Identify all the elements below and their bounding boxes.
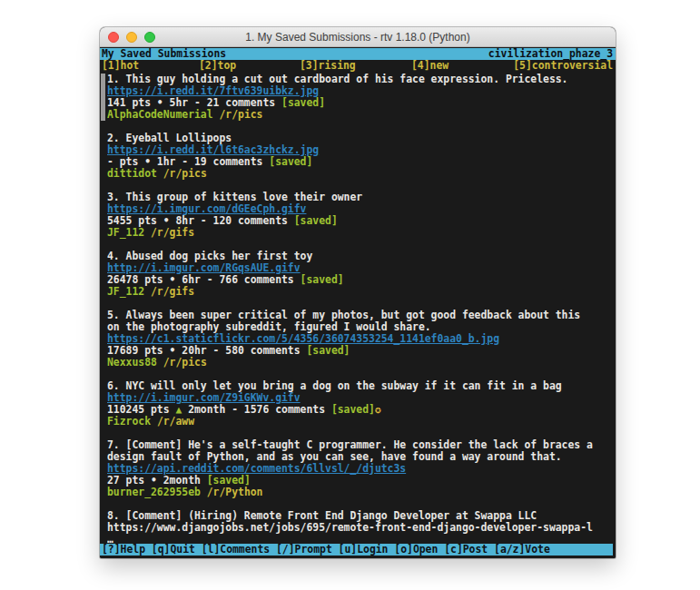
saved-badge: [saved] [294, 215, 338, 227]
subreddit-name: /r/Python [207, 487, 263, 498]
submission-item[interactable]: 1. This guy holding a cut out cardboard … [107, 74, 614, 121]
submission-byline: burner_262955eb /r/Python [107, 487, 614, 498]
blank-line [107, 180, 614, 192]
blank-line [107, 298, 614, 310]
stats-text: 2month - 1576 comments [182, 404, 331, 416]
stats-text: 17689 pts • 20hr - 580 comments [107, 345, 306, 357]
submission-title[interactable]: https://www.djangojobs.net/jobs/695/remo… [107, 522, 614, 534]
author-name: AlphaCodeNumerial [107, 109, 213, 121]
saved-badge: [saved] [306, 345, 350, 357]
stats-text: 5455 pts • 8hr - 120 comments [107, 215, 294, 227]
submission-title[interactable]: 7. [Comment] He's a self-taught C progra… [107, 439, 614, 451]
submission-url[interactable]: https://i.redd.it/7ftv639uibkz.jpg [107, 85, 614, 97]
close-button-icon[interactable] [108, 32, 119, 43]
submission-stats: 141 pts • 5hr - 21 comments [saved] [107, 97, 614, 109]
blank-line [107, 239, 614, 251]
submission-title[interactable]: 5. Always been super critical of my phot… [107, 310, 614, 321]
submission-byline: JF_112 /r/gifs [107, 227, 614, 239]
stats-text: 141 pts • 5hr - 21 comments [107, 97, 281, 109]
page-title: My Saved Submissions [102, 48, 226, 60]
submission-title[interactable]: on the photography subreddit, figured I … [107, 321, 614, 333]
subreddit-name: /r/pics [163, 168, 207, 180]
submission-link[interactable]: http://i.imgur.com/Z9iGKWv.gifv [107, 392, 301, 404]
submission-url[interactable]: https://api.reddit.com/comments/6llvsl/_… [107, 463, 614, 475]
tab-hot[interactable]: [1]hot [102, 60, 139, 72]
submission-url[interactable]: https://i.imgur.com/dGEeCph.gifv [107, 203, 614, 215]
submission-item[interactable]: 7. [Comment] He's a self-taught C progra… [107, 439, 614, 498]
tab-controversial[interactable]: [5]controversial [513, 60, 613, 72]
titlebar[interactable]: 1. My Saved Submissions - rtv 1.18.0 (Py… [100, 27, 616, 47]
subreddit-name: /r/pics [219, 109, 262, 121]
window-title: 1. My Saved Submissions - rtv 1.18.0 (Py… [245, 31, 469, 44]
blank-line [107, 121, 614, 133]
tab-bar: [1]hot[2]top[3]rising[4]new[5]controvers… [100, 60, 616, 72]
submission-stats: 5455 pts • 8hr - 120 comments [saved] [107, 215, 614, 227]
submission-title[interactable]: design fault of Python, and as you can s… [107, 451, 614, 463]
author-name: Fizrock [107, 416, 151, 428]
submission-url[interactable]: https://i.redd.it/l6t6ac3zhckz.jpg [107, 144, 614, 156]
saved-badge: [saved] [331, 404, 375, 416]
submission-item[interactable]: 6. NYC will only let you bring a dog on … [107, 380, 614, 428]
saved-badge: [saved] [207, 475, 251, 487]
submission-link[interactable]: https://api.reddit.com/comments/6llvsl/_… [107, 463, 406, 475]
submission-title[interactable]: 3. This group of kittens love their owne… [107, 192, 614, 203]
zoom-button-icon[interactable] [144, 32, 155, 43]
stats-text: - pts • 1hr - 19 comments [107, 156, 269, 168]
submission-link[interactable]: https://i.imgur.com/dGEeCph.gifv [107, 203, 306, 215]
saved-badge: [saved] [269, 156, 312, 168]
saved-badge: [saved] [281, 97, 325, 109]
submission-title[interactable]: 6. NYC will only let you bring a dog on … [107, 380, 614, 392]
submission-item[interactable]: 2. Eyeball Lollipopshttps://i.redd.it/l6… [107, 133, 614, 180]
subreddit-name: /r/aww [157, 416, 194, 428]
submission-item[interactable]: 4. Abused dog picks her first toyhttp://… [107, 251, 614, 298]
author-name: dittidot [107, 168, 157, 180]
submission-stats: 17689 pts • 20hr - 580 comments [saved] [107, 345, 614, 357]
blank-line [107, 369, 614, 380]
subreddit-name: /r/pics [163, 357, 207, 369]
stats-text: 27 pts • 2month [107, 475, 207, 487]
submission-link[interactable]: https://i.redd.it/7ftv639uibkz.jpg [107, 85, 319, 97]
submission-url[interactable]: http://i.imgur.com/RGqsAUE.gifv [107, 262, 614, 274]
submission-title[interactable]: 8. [Comment] (Hiring) Remote Front End D… [107, 510, 614, 522]
submission-title[interactable]: 1. This guy holding a cut out cardboard … [107, 74, 614, 85]
blank-line [107, 428, 614, 439]
submission-url[interactable]: http://i.imgur.com/Z9iGKWv.gifv [107, 392, 614, 404]
shortcut-footer: [?]Help [q]Quit [l]Comments [/]Prompt [u… [100, 544, 613, 556]
author-name: JF_112 [107, 227, 144, 239]
submission-byline: JF_112 /r/gifs [107, 286, 614, 298]
tab-new[interactable]: [4]new [411, 60, 449, 72]
submission-list: 1. This guy holding a cut out cardboard … [100, 72, 616, 546]
blank-line [107, 498, 614, 510]
saved-badge: [saved] [301, 274, 344, 286]
submission-item[interactable]: 5. Always been super critical of my phot… [107, 310, 614, 369]
stats-text: 26478 pts • 6hr - 766 comments [107, 274, 301, 286]
terminal-window: 1. My Saved Submissions - rtv 1.18.0 (Py… [100, 27, 616, 558]
author-name: burner_262955eb [107, 487, 201, 498]
submission-link[interactable]: http://i.imgur.com/RGqsAUE.gifv [107, 262, 301, 274]
submission-link[interactable]: https://i.redd.it/l6t6ac3zhckz.jpg [107, 144, 319, 156]
subreddit-name: /r/gifs [151, 227, 194, 239]
submission-stats: 27 pts • 2month [saved] [107, 475, 614, 487]
submission-byline: AlphaCodeNumerial /r/pics [107, 109, 614, 121]
status-header: My Saved Submissions civilization_phaze_… [100, 48, 616, 60]
submission-title[interactable]: 4. Abused dog picks her first toy [107, 251, 614, 262]
submission-stats: - pts • 1hr - 19 comments [saved] [107, 156, 614, 168]
submission-byline: dittidot /r/pics [107, 168, 614, 180]
submission-stats: 110245 pts ▲ 2month - 1576 comments [sav… [107, 404, 614, 416]
submission-item[interactable]: 8. [Comment] (Hiring) Remote Front End D… [107, 510, 614, 546]
submission-item[interactable]: 3. This group of kittens love their owne… [107, 192, 614, 239]
stats-text: 110245 pts [107, 404, 175, 416]
tab-top[interactable]: [2]top [199, 60, 236, 72]
tab-rising[interactable]: [3]rising [300, 60, 356, 72]
submission-byline: Nexxus88 /r/pics [107, 357, 614, 369]
submission-link[interactable]: https://c1.staticflickr.com/5/4356/36074… [107, 333, 499, 345]
gilded-icon: ✪ [375, 404, 381, 416]
submission-byline: Fizrock /r/aww [107, 416, 614, 428]
submission-title[interactable]: 2. Eyeball Lollipops [107, 133, 614, 144]
submission-stats: 26478 pts • 6hr - 766 comments [saved] [107, 274, 614, 286]
author-name: Nexxus88 [107, 357, 157, 369]
traffic-lights [108, 32, 155, 43]
submission-url[interactable]: https://c1.staticflickr.com/5/4356/36074… [107, 333, 614, 345]
selection-cursor[interactable] [101, 74, 105, 121]
minimize-button-icon[interactable] [126, 32, 137, 43]
